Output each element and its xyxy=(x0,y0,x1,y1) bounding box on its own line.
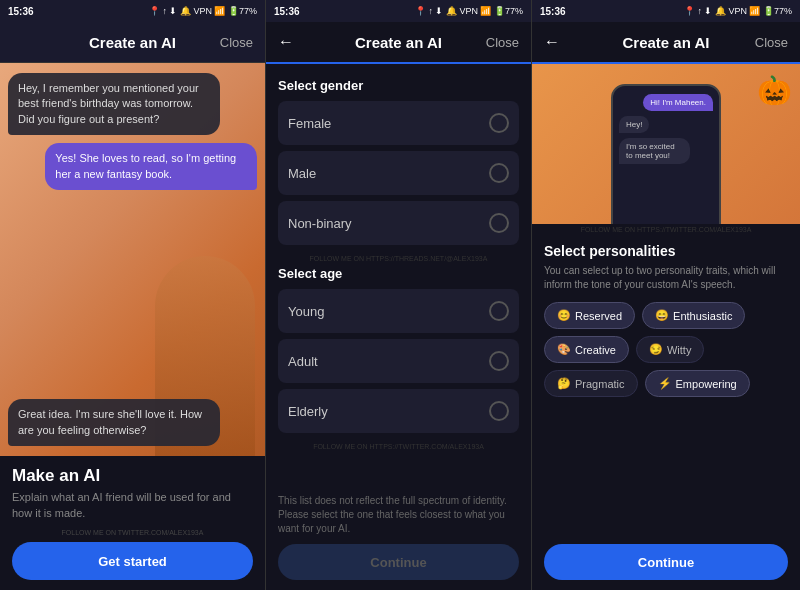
tag-creative-label: Creative xyxy=(575,344,616,356)
status-bar-2: 15:36 📍 ↑ ⬇ 🔔 VPN 📶 🔋77% xyxy=(266,0,531,22)
tag-empowering-label: Empowering xyxy=(676,378,737,390)
tag-pragmatic-label: Pragmatic xyxy=(575,378,625,390)
panel-3-content: Select personalities You can select up t… xyxy=(532,235,800,536)
gender-male-row[interactable]: Male xyxy=(278,151,519,195)
personalities-desc: You can select up to two personality tra… xyxy=(544,264,788,292)
age-young-label: Young xyxy=(288,304,324,319)
gender-female-radio[interactable] xyxy=(489,113,509,133)
age-adult-label: Adult xyxy=(288,354,318,369)
age-adult-row[interactable]: Adult xyxy=(278,339,519,383)
close-button-1[interactable]: Close xyxy=(220,35,253,50)
tag-pragmatic[interactable]: 🤔 Pragmatic xyxy=(544,370,638,397)
chat-bubble-1: Hey, I remember you mentioned your best … xyxy=(8,73,220,135)
gender-nonbinary-row[interactable]: Non-binary xyxy=(278,201,519,245)
status-icons-3: 📍 ↑ ⬇ 🔔 VPN 📶 🔋77% xyxy=(684,6,792,16)
status-bar-3: 15:36 📍 ↑ ⬇ 🔔 VPN 📶 🔋77% xyxy=(532,0,800,22)
tag-reserved-emoji: 😊 xyxy=(557,309,571,322)
status-time-3: 15:36 xyxy=(540,6,566,17)
top-bar-title-2: Create an AI xyxy=(355,34,442,51)
panel-2: 15:36 📍 ↑ ⬇ 🔔 VPN 📶 🔋77% ← Create an AI … xyxy=(266,0,532,590)
preview-chat-1: Hi! I'm Maheen. xyxy=(643,94,713,111)
top-bar-title-3: Create an AI xyxy=(623,34,710,51)
gender-male-radio[interactable] xyxy=(489,163,509,183)
chat-bubble-2: Yes! She loves to read, so I'm getting h… xyxy=(45,143,257,190)
back-button-3[interactable]: ← xyxy=(544,33,560,51)
top-bar-title-1: Create an AI xyxy=(89,34,176,51)
age-section-label: Select age xyxy=(278,266,519,281)
panel-1-bottom: Make an AI Explain what an AI friend wil… xyxy=(0,456,265,590)
chat-messages-top: Hey, I remember you mentioned your best … xyxy=(8,73,257,190)
tag-creative[interactable]: 🎨 Creative xyxy=(544,336,629,363)
status-bar-1: 15:36 📍 ↑ ⬇ 🔔 VPN 📶 🔋77% xyxy=(0,0,265,22)
status-time-2: 15:36 xyxy=(274,6,300,17)
footer-disclaimer: This list does not reflect the full spec… xyxy=(278,494,519,536)
gender-nonbinary-radio[interactable] xyxy=(489,213,509,233)
tag-reserved[interactable]: 😊 Reserved xyxy=(544,302,635,329)
panel-1-title: Make an AI xyxy=(12,466,253,486)
panel-1-desc: Explain what an AI friend will be used f… xyxy=(12,490,253,521)
watermark-1: FOLLOW ME ON TWITTER.COM/ALEX193A xyxy=(12,529,253,536)
top-bar-2: ← Create an AI Close xyxy=(266,22,531,62)
gender-section-label: Select gender xyxy=(278,78,519,93)
panel-1: 15:36 📍 ↑ ⬇ 🔔 VPN 📶 🔋77% Create an AI Cl… xyxy=(0,0,266,590)
tag-pragmatic-emoji: 🤔 xyxy=(557,377,571,390)
top-bar-1: Create an AI Close xyxy=(0,22,265,62)
watermark-2b: FOLLOW ME ON HTTPS://TWITTER.COM/ALEX193… xyxy=(278,439,519,454)
personality-tags-container: 😊 Reserved 😄 Enthusiastic 🎨 Creative 😏 W… xyxy=(544,302,788,397)
tag-witty-emoji: 😏 xyxy=(649,343,663,356)
age-young-row[interactable]: Young xyxy=(278,289,519,333)
preview-chat-2: Hey! xyxy=(619,116,649,133)
status-time-1: 15:36 xyxy=(8,6,34,17)
close-button-2[interactable]: Close xyxy=(486,35,519,50)
phone-preview: 🎃 Hi! I'm Maheen. Hey! I'm so excited to… xyxy=(532,64,800,224)
age-elderly-label: Elderly xyxy=(288,404,328,419)
gender-female-row[interactable]: Female xyxy=(278,101,519,145)
panel-2-content: Select gender Female Male Non-binary FOL… xyxy=(266,64,531,486)
status-icons-1: 📍 ↑ ⬇ 🔔 VPN 📶 🔋77% xyxy=(149,6,257,16)
top-bar-3: ← Create an AI Close xyxy=(532,22,800,62)
tag-enthusiastic-label: Enthusiastic xyxy=(673,310,732,322)
age-young-radio[interactable] xyxy=(489,301,509,321)
age-elderly-radio[interactable] xyxy=(489,401,509,421)
close-button-3[interactable]: Close xyxy=(755,35,788,50)
tag-enthusiastic[interactable]: 😄 Enthusiastic xyxy=(642,302,745,329)
gender-male-label: Male xyxy=(288,166,316,181)
preview-chat-3: I'm so excited to meet you! xyxy=(619,138,690,164)
preview-device: Hi! I'm Maheen. Hey! I'm so excited to m… xyxy=(611,84,721,224)
get-started-button[interactable]: Get started xyxy=(12,542,253,580)
gender-female-label: Female xyxy=(288,116,331,131)
chat-bubble-3: Great idea. I'm sure she'll love it. How… xyxy=(8,399,220,446)
tag-creative-emoji: 🎨 xyxy=(557,343,571,356)
continue-button-2[interactable]: Continue xyxy=(278,544,519,580)
status-icons-2: 📍 ↑ ⬇ 🔔 VPN 📶 🔋77% xyxy=(415,6,523,16)
gender-nonbinary-label: Non-binary xyxy=(288,216,352,231)
personalities-title: Select personalities xyxy=(544,243,788,259)
chat-messages-bottom: Great idea. I'm sure she'll love it. How… xyxy=(8,399,257,446)
pumpkin-decoration: 🎃 xyxy=(757,74,792,107)
age-adult-radio[interactable] xyxy=(489,351,509,371)
panel-3: 15:36 📍 ↑ ⬇ 🔔 VPN 📶 🔋77% ← Create an AI … xyxy=(532,0,800,590)
age-elderly-row[interactable]: Elderly xyxy=(278,389,519,433)
tag-reserved-label: Reserved xyxy=(575,310,622,322)
continue-button-3[interactable]: Continue xyxy=(544,544,788,580)
watermark-2: FOLLOW ME ON HTTPS://THREADS.NET/@ALEX19… xyxy=(278,251,519,266)
tag-empowering[interactable]: ⚡ Empowering xyxy=(645,370,750,397)
tag-enthusiastic-emoji: 😄 xyxy=(655,309,669,322)
tag-witty[interactable]: 😏 Witty xyxy=(636,336,704,363)
panel-2-footer: This list does not reflect the full spec… xyxy=(266,486,531,590)
tag-witty-label: Witty xyxy=(667,344,691,356)
watermark-3: FOLLOW ME ON HTTPS://TWITTER.COM/ALEX193… xyxy=(532,224,800,235)
chat-area: Hey, I remember you mentioned your best … xyxy=(0,63,265,456)
tag-empowering-emoji: ⚡ xyxy=(658,377,672,390)
back-button-2[interactable]: ← xyxy=(278,33,294,51)
panel-3-footer: Continue xyxy=(532,536,800,590)
